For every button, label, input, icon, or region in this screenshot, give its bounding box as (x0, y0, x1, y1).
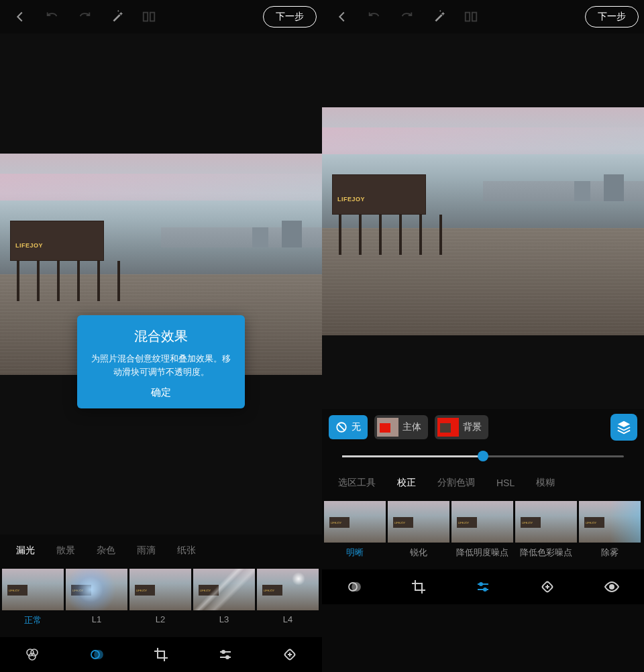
tab-selection-tool[interactable]: 选区工具 (327, 477, 386, 489)
tab-light-leak[interactable]: 漏光 (5, 545, 46, 557)
heal-icon[interactable] (276, 641, 303, 668)
photo-canvas[interactable]: LIFEJOY 混合效果 为照片混合创意纹理和叠加效果。移动滑块可调节不透明度。… (0, 34, 322, 535)
bottom-toolbar (322, 569, 644, 604)
svg-point-16 (484, 588, 486, 591)
looks-icon[interactable] (19, 641, 46, 668)
seg-subject-button[interactable]: 主体 (374, 415, 428, 439)
thumb-label: 明晰 (346, 547, 364, 559)
crop-icon[interactable] (405, 573, 432, 600)
thumb-l2[interactable]: LIFEJOY (129, 569, 191, 610)
compare-button[interactable] (456, 2, 486, 32)
next-button[interactable]: 下一步 (263, 6, 317, 27)
adjust-icon[interactable] (470, 573, 496, 600)
layers-button[interactable] (610, 414, 637, 441)
back-button[interactable] (5, 2, 35, 32)
slider-thumb[interactable] (478, 451, 488, 461)
thumb-label: L1 (92, 614, 101, 624)
next-button[interactable]: 下一步 (585, 6, 639, 27)
svg-rect-0 (144, 13, 148, 21)
tab-noise[interactable]: 杂色 (86, 545, 126, 557)
undo-button[interactable] (360, 2, 389, 32)
tab-rain[interactable]: 雨滴 (126, 545, 166, 557)
thumb-dehaze[interactable]: LIFEJOY (579, 501, 641, 543)
seg-subject-thumb (377, 418, 398, 437)
heal-icon[interactable] (534, 573, 561, 600)
editor-pane-right: 下一步 LIFEJOY (322, 0, 644, 672)
svg-point-6 (95, 651, 103, 659)
thumb-color-noise[interactable]: LIFEJOY (515, 501, 577, 543)
thumb-label: 锐化 (410, 547, 427, 559)
thumb-label: L4 (283, 614, 292, 624)
selection-segment-row: 无 主体 背景 (322, 409, 644, 445)
next-button-label: 下一步 (598, 11, 626, 23)
effect-thumbnails: LIFEJOY 正常 LIFEJOY L1 LIFEJOY L2 LIFEJOY… (0, 567, 322, 637)
thumb-l1[interactable]: LIFEJOY (66, 569, 127, 610)
compare-button[interactable] (134, 2, 164, 32)
seg-none-button[interactable]: 无 (329, 415, 368, 439)
thumb-label: 正常 (24, 614, 42, 626)
svg-rect-10 (466, 13, 470, 21)
auto-enhance-button[interactable] (102, 2, 131, 32)
seg-none-label: 无 (352, 421, 361, 433)
adjust-category-tabs: 选区工具 校正 分割色调 HSL 模糊 (322, 467, 644, 499)
crop-icon[interactable] (148, 641, 174, 668)
tab-paper[interactable]: 纸张 (166, 545, 207, 557)
thumb-clarity[interactable]: LIFEJOY (324, 501, 386, 543)
svg-point-4 (29, 653, 36, 660)
thumb-label: 除雾 (601, 547, 619, 559)
editor-pane-left: 下一步 LIFEJOY 混合效果 (0, 0, 322, 672)
thumb-sharpen[interactable]: LIFEJOY (388, 501, 449, 543)
svg-point-18 (610, 585, 614, 589)
back-button[interactable] (327, 2, 357, 32)
tab-bokeh[interactable]: 散景 (46, 545, 86, 557)
top-toolbar: 下一步 (0, 0, 322, 34)
tooltip-popup: 混合效果 为照片混合创意纹理和叠加效果。移动滑块可调节不透明度。 确定 (77, 315, 245, 408)
intensity-slider-row (322, 445, 644, 467)
seg-subject-label: 主体 (402, 421, 421, 433)
seg-background-thumb (437, 418, 459, 437)
thumb-label: 降低明度噪点 (456, 547, 508, 559)
adjust-thumbnails: LIFEJOY 明晰 LIFEJOY 锐化 LIFEJOY 降低明度噪点 LIF… (322, 499, 644, 569)
redo-button[interactable] (392, 2, 421, 32)
eye-icon[interactable] (598, 573, 625, 600)
auto-enhance-button[interactable] (424, 2, 453, 32)
tab-split-tone[interactable]: 分割色调 (427, 477, 486, 489)
popup-body: 为照片混合创意纹理和叠加效果。移动滑块可调节不透明度。 (88, 352, 234, 378)
thumb-l4[interactable]: LIFEJOY (257, 569, 319, 610)
effects-icon[interactable] (83, 641, 110, 668)
adjust-icon[interactable] (212, 641, 239, 668)
next-button-label: 下一步 (276, 11, 304, 23)
thumb-label: L3 (219, 614, 229, 624)
thumb-normal[interactable]: LIFEJOY (2, 569, 64, 610)
undo-button[interactable] (38, 2, 67, 32)
photo-sign-text: LIFEJOY (337, 196, 365, 203)
popup-title: 混合效果 (88, 327, 234, 345)
svg-point-8 (226, 656, 229, 659)
effects-icon[interactable] (341, 573, 368, 600)
svg-rect-1 (150, 13, 154, 21)
svg-point-15 (480, 583, 482, 585)
thumb-label: L2 (156, 614, 165, 624)
photo-canvas[interactable]: LIFEJOY (322, 34, 644, 409)
svg-point-7 (222, 651, 225, 653)
effect-category-tabs: 漏光 散景 杂色 雨滴 纸张 (0, 535, 322, 567)
intensity-slider[interactable] (342, 455, 624, 457)
tab-blur[interactable]: 模糊 (525, 477, 566, 489)
seg-background-button[interactable]: 背景 (435, 415, 488, 439)
thumb-l3[interactable]: LIFEJOY (193, 569, 255, 610)
tab-correction[interactable]: 校正 (386, 477, 427, 489)
layers-icon (616, 420, 631, 435)
svg-rect-11 (472, 13, 476, 21)
redo-button[interactable] (70, 2, 99, 32)
seg-background-label: 背景 (463, 421, 482, 433)
bottom-toolbar (0, 637, 322, 672)
svg-point-14 (352, 583, 360, 591)
photo-sign-text: LIFEJOY (15, 242, 43, 249)
photo-preview: LIFEJOY (322, 107, 644, 335)
thumb-label: 降低色彩噪点 (520, 547, 572, 559)
thumb-lum-noise[interactable]: LIFEJOY (451, 501, 513, 543)
tab-hsl[interactable]: HSL (486, 478, 525, 488)
popup-ok-button[interactable]: 确定 (88, 386, 234, 399)
no-icon (335, 421, 347, 433)
top-toolbar: 下一步 (322, 0, 644, 34)
